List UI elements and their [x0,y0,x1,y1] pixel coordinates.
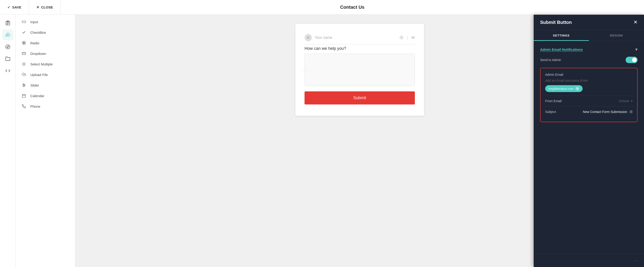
chevron-down-icon: ▾ [635,47,638,52]
form-canvas: Your name ⦿ ⋮ ✉ How can we help you? ⋮⋮ … [295,24,424,116]
sidebar-item-label-dropdown: Dropdown [30,52,46,55]
email-tag-text: troy@thirdsun.com [548,87,574,90]
panel-content: Admin Email Notifications ▾ Send to Admi… [534,41,644,254]
from-email-value[interactable]: Default ▾ [619,99,632,103]
upload-file-icon [21,72,27,77]
subject-row: Subject New Contact Form Submission ⊞ [545,106,632,117]
sidebar-item-slider[interactable]: Slider [16,80,75,90]
name-placeholder: Your name [315,35,400,40]
admin-email-label: Admin Email [545,73,632,76]
sidebar-icon-code[interactable] [2,65,13,76]
form-textarea-section: How can we help you? ⋮⋮ [304,46,415,87]
svg-point-20 [23,84,24,84]
radio-icon [21,41,27,45]
sidebar-item-calendar[interactable]: Calendar [16,90,75,101]
textarea-label: How can we help you? [304,46,415,51]
sidebar-item-label-input: Input [30,20,38,24]
svg-rect-11 [22,52,26,55]
from-email-text: Default [619,99,629,103]
icon-sidebar [0,15,16,267]
from-email-row: From Email Default ▾ [545,96,632,106]
subject-text: New Contact Form Submission [583,110,627,114]
panel-title: Submit Button [540,20,572,25]
add-icon: ⊞ [630,109,632,114]
sidebar-item-select-multiple[interactable]: Select Multiple [16,59,75,69]
submit-button[interactable]: Submit [304,91,415,104]
sidebar-icon-clipboard[interactable] [2,17,13,28]
section-header-admin-email[interactable]: Admin Email Notifications ▾ [540,47,638,52]
close-button[interactable]: ✕ CLOSE [29,0,61,14]
email-tag-remove-button[interactable]: ✕ [575,87,580,91]
right-panel: Submit Button ✕ SETTINGS DESIGN Admin Em… [534,15,644,267]
svg-marker-7 [7,46,9,48]
save-button[interactable]: ✓ SAVE [0,0,29,14]
calendar-icon [21,94,27,98]
svg-point-27 [308,36,309,38]
tab-settings[interactable]: SETTINGS [534,30,589,41]
subject-label: Subject [545,110,556,114]
close-label: CLOSE [41,5,53,9]
check-icon: ✓ [7,5,10,9]
section-title: Admin Email Notifications [540,47,583,51]
svg-rect-8 [22,21,26,23]
send-to-admin-toggle[interactable] [626,57,638,63]
sidebar-item-label-phone: Phone [30,104,40,108]
send-to-admin-row: Send to Admin [540,57,638,63]
from-email-label: From Email [545,99,562,103]
top-bar: ✓ SAVE ✕ CLOSE Contact Us [0,0,644,15]
main-layout: Input CheckBox Radio Dropdown Select Mul… [0,15,644,267]
sidebar-icon-compass[interactable] [2,41,13,52]
more-icon: ⋮ [406,35,410,40]
admin-email-box: Admin Email Add an Email and press Enter… [540,68,638,122]
svg-point-21 [24,85,25,86]
sidebar-item-label-select-multiple: Select Multiple [30,62,53,66]
form-textarea[interactable] [304,54,415,86]
more-options-button[interactable]: ⋯ [633,258,638,263]
svg-point-10 [23,42,24,44]
chart-icon: ⦿ [400,35,404,40]
sidebar-item-input[interactable]: Input [16,16,75,27]
subject-value[interactable]: New Contact Form Submission ⊞ [583,109,632,114]
sidebar-item-radio[interactable]: Radio [16,38,75,48]
sidebar-item-phone[interactable]: Phone [16,101,75,112]
save-label: SAVE [12,5,21,9]
page-title: Contact Us [60,4,644,10]
panel-tabs: SETTINGS DESIGN [534,30,644,41]
input-icon [21,20,27,24]
sidebar-item-label-slider: Slider [30,83,39,87]
sidebar-icon-folder[interactable] [2,53,13,64]
x-icon: ✕ [36,5,39,9]
sidebar-item-label-calendar: Calendar [30,94,44,98]
sidebar-item-upload-file[interactable]: Upload File [16,69,75,80]
admin-email-area: Admin Email Add an Email and press Enter… [545,73,632,92]
dropdown-icon [21,51,27,55]
form-field-name[interactable]: Your name ⦿ ⋮ ✉ [304,31,415,44]
panel-footer: ⋯ [534,254,644,267]
field-actions: ⦿ ⋮ ✉ [400,35,415,40]
select-multiple-icon [21,62,27,66]
checkbox-icon [21,30,27,34]
phone-icon [21,104,27,108]
sidebar-item-label-checkbox: CheckBox [30,30,46,34]
elements-sidebar: Input CheckBox Radio Dropdown Select Mul… [16,15,76,267]
drag-handle[interactable]: ⋮⋮ [300,67,309,73]
slider-icon [21,83,27,87]
panel-header: Submit Button ✕ [534,15,644,30]
admin-email-placeholder[interactable]: Add an Email and press Enter [545,79,632,82]
tab-design[interactable]: DESIGN [589,30,644,41]
svg-rect-23 [22,94,26,98]
panel-close-button[interactable]: ✕ [634,19,638,25]
email-icon: ✉ [412,35,415,40]
person-icon [304,34,312,41]
sidebar-item-dropdown[interactable]: Dropdown [16,48,75,59]
chevron-down-icon-from: ▾ [631,99,632,103]
send-to-admin-label: Send to Admin [540,58,561,62]
sidebar-icon-cloud[interactable] [2,29,13,40]
sidebar-item-label-upload-file: Upload File [30,73,48,77]
sidebar-item-checkbox[interactable]: CheckBox [16,27,75,38]
svg-point-6 [6,45,10,49]
sidebar-item-label-radio: Radio [30,41,39,45]
admin-email-tag: troy@thirdsun.com ✕ [545,85,583,92]
svg-point-22 [23,86,24,87]
